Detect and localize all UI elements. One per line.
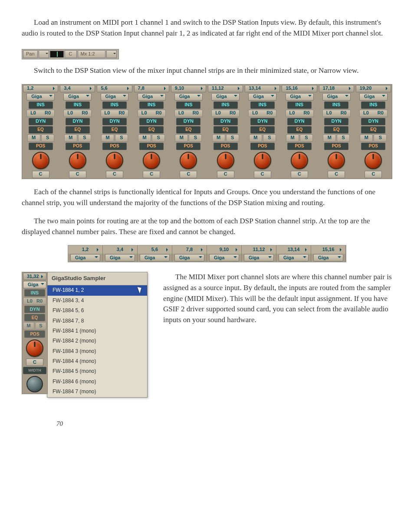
center-button[interactable]: C bbox=[143, 171, 160, 178]
center-button[interactable]: C bbox=[291, 171, 308, 178]
pan-knob[interactable] bbox=[32, 152, 49, 169]
mute-button[interactable]: M bbox=[64, 134, 77, 142]
lr-indicator[interactable]: L0R0 bbox=[359, 110, 388, 117]
pan-knob[interactable] bbox=[365, 152, 382, 169]
center-button[interactable]: C bbox=[32, 171, 49, 178]
pan-knob[interactable] bbox=[106, 152, 123, 169]
pan-knob[interactable] bbox=[291, 152, 308, 169]
source-dropdown[interactable]: Giga bbox=[140, 254, 170, 261]
center-button[interactable]: C bbox=[254, 171, 271, 178]
menu-item[interactable]: FW-1884 4 (mono) bbox=[47, 356, 147, 366]
channel-pair-label[interactable]: 5,6 bbox=[97, 85, 132, 92]
lr-indicator[interactable]: L0R0 bbox=[211, 110, 240, 117]
mute-button[interactable]: M bbox=[286, 134, 299, 142]
source-dropdown[interactable]: Giga bbox=[101, 93, 129, 101]
eq-button[interactable]: EQ bbox=[250, 126, 275, 134]
insert-button[interactable]: INS bbox=[176, 101, 200, 109]
eq-button[interactable]: EQ bbox=[139, 126, 164, 134]
dynamics-button[interactable]: DYN bbox=[102, 118, 127, 125]
solo-button[interactable]: S bbox=[263, 134, 276, 142]
mute-button[interactable]: M bbox=[23, 322, 34, 330]
lr-indicator[interactable]: L0R0 bbox=[26, 110, 55, 117]
dynamics-button[interactable]: DYN bbox=[287, 118, 312, 125]
channel-pair-label[interactable]: 17,18 bbox=[319, 85, 354, 92]
insert-button[interactable]: INS bbox=[324, 101, 348, 109]
solo-button[interactable]: S bbox=[300, 134, 313, 142]
menu-item[interactable]: FW-1884 1, 2 bbox=[47, 285, 147, 295]
eq-button[interactable]: EQ bbox=[29, 126, 53, 134]
source-dropdown[interactable]: Giga bbox=[359, 93, 388, 101]
center-button[interactable]: C bbox=[365, 171, 382, 178]
source-dropdown[interactable]: Giga bbox=[23, 281, 46, 288]
source-dropdown[interactable]: Giga bbox=[211, 93, 240, 101]
lr-indicator[interactable]: L0R0 bbox=[174, 110, 203, 117]
source-dropdown[interactable]: Giga bbox=[138, 93, 166, 101]
source-dropdown[interactable]: Giga bbox=[209, 254, 239, 261]
source-dropdown[interactable]: Giga bbox=[279, 254, 309, 261]
position-button[interactable]: POS bbox=[176, 143, 200, 150]
width-knob[interactable] bbox=[26, 376, 43, 392]
eq-button[interactable]: EQ bbox=[214, 126, 238, 134]
width-button[interactable]: WIDTH bbox=[23, 367, 46, 374]
center-button[interactable]: C bbox=[26, 359, 43, 366]
pan-center-button[interactable]: C bbox=[65, 50, 77, 58]
mute-button[interactable]: M bbox=[249, 134, 262, 142]
pan-knob[interactable] bbox=[217, 152, 234, 169]
pan-button[interactable]: Pan bbox=[23, 50, 38, 58]
insert-button[interactable]: INS bbox=[287, 101, 312, 109]
menu-item[interactable]: FW-1884 5 (mono) bbox=[47, 366, 147, 376]
insert-button[interactable]: INS bbox=[139, 101, 164, 109]
eq-button[interactable]: EQ bbox=[361, 126, 385, 134]
dynamics-button[interactable]: DYN bbox=[24, 306, 45, 313]
mute-button[interactable]: M bbox=[101, 134, 114, 142]
lr-indicator[interactable]: L0R0 bbox=[138, 110, 166, 117]
source-dropdown[interactable]: Giga bbox=[248, 93, 276, 101]
dynamics-button[interactable]: DYN bbox=[324, 118, 348, 125]
mute-button[interactable]: M bbox=[175, 134, 188, 142]
center-button[interactable]: C bbox=[328, 171, 345, 178]
mx-dropdown[interactable] bbox=[106, 50, 117, 58]
dynamics-button[interactable]: DYN bbox=[29, 118, 53, 125]
dynamics-button[interactable]: DYN bbox=[214, 118, 238, 125]
mute-button[interactable]: M bbox=[323, 134, 336, 142]
position-button[interactable]: POS bbox=[29, 143, 53, 150]
channel-pair-label[interactable]: 3,4 bbox=[60, 85, 95, 92]
solo-button[interactable]: S bbox=[78, 134, 91, 142]
solo-button[interactable]: S bbox=[189, 134, 202, 142]
mute-button[interactable]: M bbox=[360, 134, 373, 142]
menu-item[interactable]: FW-1884 3, 4 bbox=[47, 296, 147, 306]
solo-button[interactable]: S bbox=[35, 322, 46, 330]
eq-button[interactable]: EQ bbox=[287, 126, 312, 134]
menu-item[interactable]: FW-1884 3 (mono) bbox=[47, 346, 147, 356]
solo-button[interactable]: S bbox=[152, 134, 165, 142]
channel-pair-label[interactable]: 7,8 bbox=[134, 85, 169, 92]
menu-item[interactable]: FW-1884 1 (mono) bbox=[47, 326, 147, 336]
pan-knob[interactable] bbox=[328, 152, 345, 169]
eq-button[interactable]: EQ bbox=[24, 314, 45, 321]
channel-pair-label[interactable]: 19,20 bbox=[356, 85, 391, 92]
mute-button[interactable]: M bbox=[27, 134, 40, 142]
channel-pair-label[interactable]: 9,10 bbox=[171, 85, 206, 92]
solo-button[interactable]: S bbox=[374, 134, 387, 142]
channel-pair-label[interactable]: 11,12 bbox=[208, 85, 243, 92]
pan-knob[interactable] bbox=[180, 152, 197, 169]
source-dropdown[interactable]: Giga bbox=[70, 254, 100, 261]
position-button[interactable]: POS bbox=[24, 330, 45, 338]
source-dropdown[interactable]: Giga bbox=[105, 254, 135, 261]
channel-pair-label[interactable]: 13,14 bbox=[245, 85, 280, 92]
position-button[interactable]: POS bbox=[214, 143, 238, 150]
solo-button[interactable]: S bbox=[115, 134, 128, 142]
insert-button[interactable]: INS bbox=[24, 289, 45, 297]
pan-knob[interactable] bbox=[143, 152, 160, 169]
insert-button[interactable]: INS bbox=[361, 101, 385, 109]
center-button[interactable]: C bbox=[217, 171, 234, 178]
lr-indicator[interactable]: L0R0 bbox=[322, 110, 351, 117]
menu-item[interactable]: FW-1884 7 (mono) bbox=[47, 387, 147, 397]
position-button[interactable]: POS bbox=[102, 143, 127, 150]
dynamics-button[interactable]: DYN bbox=[361, 118, 385, 125]
pan-knob[interactable] bbox=[69, 152, 86, 169]
mute-button[interactable]: M bbox=[212, 134, 225, 142]
source-dropdown[interactable]: Giga bbox=[286, 93, 314, 101]
source-dropdown[interactable]: Giga bbox=[174, 254, 204, 261]
solo-button[interactable]: S bbox=[41, 134, 54, 142]
